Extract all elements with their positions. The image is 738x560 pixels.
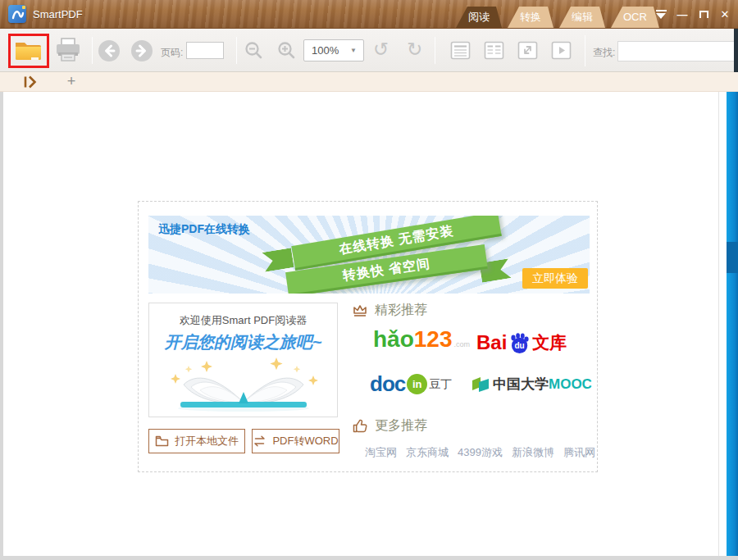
page-number-label: 页码: [161,46,183,60]
promo-banner: 迅捷PDF在线转换 在线转换 无需安装 转换快 省空间 立即体验 [148,216,590,294]
scroll-track-line [718,92,719,556]
window-edge [734,29,738,72]
play-icon [551,41,572,60]
toolbar-separator [585,35,585,66]
thumbs-up-icon [352,418,368,434]
link-tencent[interactable]: 腾讯网 [563,445,595,460]
toolbar: 页码: 100% ▼ ↺ ↻ [0,29,738,72]
baidu-wenku-link[interactable]: Bai du 文库 [476,331,567,354]
find-label: 查找: [593,46,615,60]
open-local-file-button[interactable]: 打开本地文件 [148,429,245,453]
tab-edit[interactable]: 编辑 [559,7,605,28]
window-controls: — ✕ [654,7,731,20]
zoom-level-value: 100% [312,44,350,57]
link-taobao[interactable]: 淘宝网 [365,445,397,460]
recommended-links: 淘宝网 京东商城 4399游戏 新浪微博 腾讯网 [365,445,595,460]
two-page-view-button[interactable] [484,41,504,60]
vertical-scrollbar[interactable] [727,92,738,556]
link-weibo[interactable]: 新浪微博 [512,445,554,460]
svg-text:du: du [515,341,525,350]
open-book-illustration [157,351,330,415]
page-number-input[interactable] [186,42,224,59]
docin-leaf-icon: in [407,374,427,394]
more-section-heading: 更多推荐 [352,417,427,435]
tab-read[interactable]: 阅读 [456,7,502,28]
two-page-icon [484,41,504,60]
mooc-cn-text: 中国大学 [493,375,549,394]
bottom-border [0,556,738,560]
chevron-down-icon: ▼ [350,47,357,54]
toolbar-separator [236,37,237,64]
zoom-in-button[interactable] [276,40,297,61]
arrow-right-icon [130,39,153,62]
next-page-button[interactable] [130,39,153,62]
ribbon-tail-left [262,248,294,271]
wenku-text: 文库 [532,331,567,354]
convert-arrows-icon [253,435,266,447]
pdf-to-word-button[interactable]: PDF转WORD [252,429,339,453]
zoom-out-icon [244,40,264,61]
fullscreen-button[interactable] [517,41,538,60]
maximize-button[interactable] [697,7,710,20]
pdf-to-word-label: PDF转WORD [272,434,338,448]
welcome-panel: 欢迎使用Smart PDF阅读器 开启您的阅读之旅吧~ [148,303,338,417]
highlight-box [8,34,49,68]
featured-section-heading: 精彩推荐 [352,302,427,319]
zoom-out-button[interactable] [244,40,264,61]
titlebar: SmartPDF 阅读 转换 编辑 OCR — ✕ [0,0,738,29]
document-tabstrip: + [0,72,738,92]
open-local-file-label: 打开本地文件 [175,434,239,448]
rotate-cw-button[interactable]: ↻ [407,40,422,59]
print-button[interactable] [54,37,82,63]
find-input[interactable] [617,41,738,61]
baidu-paw-icon: du [508,332,531,354]
minimize-button[interactable]: — [676,7,689,20]
mode-tabs: 阅读 转换 编辑 OCR [456,7,659,28]
folder-outline-icon [155,435,169,447]
tab-convert[interactable]: 转换 [508,7,554,28]
hao123-com: .com [454,340,471,348]
mooc-flag-icon [472,376,490,392]
start-page-card: 迅捷PDF在线转换 在线转换 无需安装 转换快 省空间 立即体验 欢迎使用Sma… [138,201,598,472]
featured-title: 精彩推荐 [375,302,427,319]
scrollbar-thumb[interactable] [727,242,738,273]
hao123-link[interactable]: hǎo123.com [373,326,470,353]
single-page-view-button[interactable] [450,41,471,60]
banner-brand-text: 迅捷PDF在线转换 [158,222,250,237]
docin-text: doc [370,371,405,397]
prev-page-button[interactable] [98,39,121,62]
zoom-in-icon [276,40,297,61]
hao123-num: 123 [414,326,453,353]
sidebar-expand-icon [23,75,39,89]
rotate-ccw-button[interactable]: ↺ [373,40,389,59]
printer-icon [54,37,82,63]
slideshow-button[interactable] [551,41,572,60]
smartpdf-window: SmartPDF 阅读 转换 编辑 OCR — ✕ [0,0,738,560]
sidebar-toggle-button[interactable] [23,75,39,89]
add-tab-button[interactable]: + [64,72,79,92]
hao123-text: hǎo [373,326,414,353]
more-title: 更多推荐 [375,417,427,435]
welcome-line2: 开启您的阅读之旅吧~ [149,331,337,353]
close-button[interactable]: ✕ [718,7,731,20]
left-border [0,92,3,556]
link-jd[interactable]: 京东商城 [406,445,449,460]
fullscreen-icon [517,41,538,60]
single-page-icon [450,41,471,60]
app-logo-icon [8,5,26,23]
welcome-line1: 欢迎使用Smart PDF阅读器 [149,313,337,328]
docin-link[interactable]: doc in 豆丁 [370,371,452,397]
arrow-left-icon [98,39,121,62]
try-now-button[interactable]: 立即体验 [522,268,588,289]
mooc-link[interactable]: 中国大学 MOOC [472,375,592,394]
link-4399[interactable]: 4399游戏 [458,445,503,460]
skin-menu-icon[interactable] [654,7,667,20]
toolbar-separator [92,37,93,64]
baidu-text: Bai [476,331,507,354]
tab-ocr[interactable]: OCR [611,7,659,28]
zoom-level-select[interactable]: 100% ▼ [303,39,364,61]
window-title: SmartPDF [33,0,83,29]
mooc-en-text: MOOC [549,376,592,393]
toolbar-separator [435,37,435,64]
douding-text: 豆丁 [429,377,452,392]
